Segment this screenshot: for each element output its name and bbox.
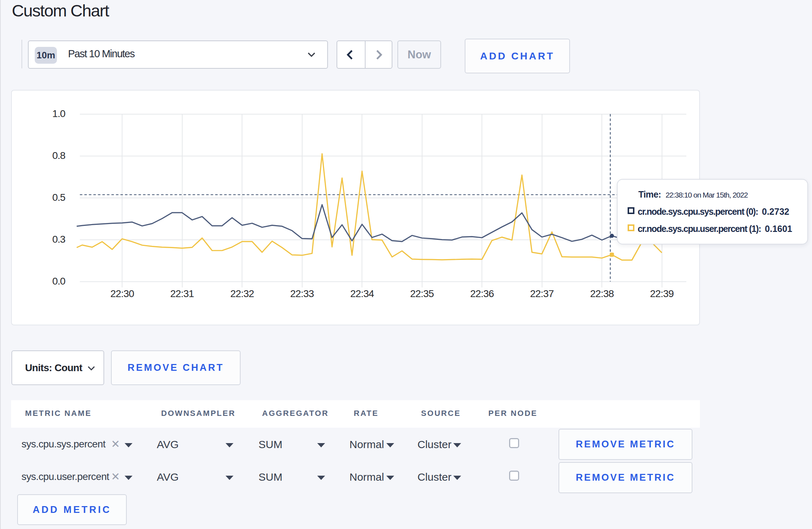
svg-text:0.8: 0.8 [52,150,65,161]
svg-text:22:33: 22:33 [290,288,314,299]
svg-text:22:34: 22:34 [350,288,374,299]
svg-text:22:31: 22:31 [170,288,194,299]
svg-text:0.5: 0.5 [52,192,65,203]
svg-text:0.3: 0.3 [52,234,65,245]
svg-text:1.0: 1.0 [52,108,65,119]
svg-text:22:38: 22:38 [590,288,614,299]
svg-text:22:37: 22:37 [530,288,554,299]
svg-text:22:36: 22:36 [470,288,494,299]
svg-text:22:32: 22:32 [230,288,254,299]
svg-text:22:39: 22:39 [650,288,674,299]
svg-text:22:30: 22:30 [110,288,134,299]
svg-text:22:35: 22:35 [410,288,434,299]
svg-text:0.0: 0.0 [52,276,65,287]
